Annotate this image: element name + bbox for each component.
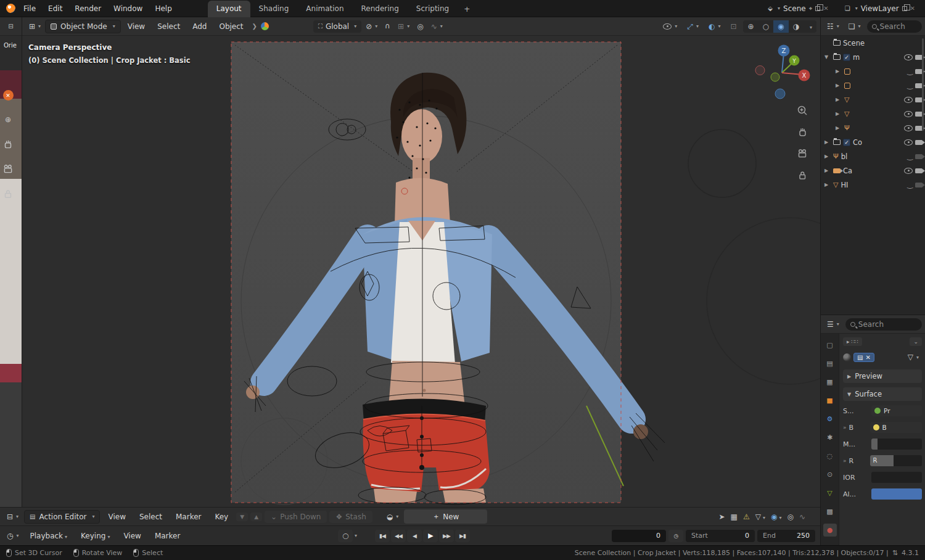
roughness-slider[interactable]: R (870, 455, 922, 466)
shading-material-button[interactable]: ◉ (773, 20, 788, 33)
hidden-eye-icon[interactable]: ‿ (907, 182, 913, 188)
material-sphere-icon[interactable] (843, 353, 851, 361)
falloff-icon[interactable]: ∿ (799, 513, 805, 521)
blender-logo-icon[interactable] (4, 3, 17, 14)
menu-window[interactable]: Window (107, 1, 149, 16)
render-visibility-icon[interactable] (915, 168, 923, 173)
viewlayer-selector[interactable]: ❏▾ ViewLayer ✕ (841, 3, 919, 14)
ior-field[interactable] (871, 472, 922, 483)
shading-rendered-button[interactable]: ◑ (789, 20, 804, 33)
new-scene-icon[interactable] (815, 6, 820, 11)
chevron-right-icon[interactable]: ▶ (824, 168, 831, 173)
menu-key[interactable]: Key (209, 510, 234, 524)
render-properties-tab[interactable]: ▢ (823, 339, 837, 352)
hide-toggle-eye-icon[interactable] (904, 125, 913, 131)
collection-checkbox[interactable]: ✓ (843, 139, 850, 146)
shading-solid-button[interactable]: ○ (758, 20, 773, 33)
hide-toggle-eye-icon[interactable] (904, 168, 913, 174)
outliner-search-input[interactable]: Search (867, 20, 922, 33)
proportional-edit-toggle[interactable]: ◎ (414, 20, 426, 33)
visibility-dropdown[interactable]: ▾ (660, 22, 680, 31)
overlays-dropdown[interactable]: ◐▾ (705, 20, 724, 33)
navigation-gizmo[interactable]: Z Y X (755, 41, 812, 102)
chevron-right-icon[interactable]: ▶ (824, 139, 831, 145)
axis-neg-x-ball[interactable] (755, 66, 765, 75)
hidden-eye-icon[interactable]: ‿ (907, 83, 913, 89)
playback-dropdown[interactable]: Playback▾ (25, 529, 73, 543)
browse-action-dropdown[interactable]: ◒▾ (384, 511, 402, 523)
push-down-button[interactable]: ⌄ Push Down (265, 511, 327, 523)
menu-object[interactable]: Object (213, 20, 249, 33)
menu-select[interactable]: Select (152, 20, 186, 33)
menu-marker[interactable]: Marker (149, 529, 186, 543)
outliner-row-mesh[interactable]: ▶ ‿ (821, 78, 925, 93)
snap-toggle[interactable]: ∪ (382, 20, 393, 33)
stash-button[interactable]: ❖ Stash (329, 511, 372, 523)
scene-selector[interactable]: ⬙▾ Scene ⌖ ✕ (764, 3, 832, 14)
menu-file[interactable]: File (17, 1, 42, 16)
outliner-display-dropdown[interactable]: ❏▾ (845, 20, 864, 33)
tab-layout[interactable]: Layout (208, 1, 250, 17)
editor-type-dropdown[interactable]: ⊞▾ (26, 20, 44, 33)
material-properties-tab[interactable]: ● (823, 524, 837, 537)
outliner-row-collection[interactable]: ▶ ✓ Co (821, 135, 925, 149)
zoom-icon[interactable]: ⊕ (2, 114, 14, 125)
surface-panel-header[interactable]: ▼ Surface (843, 387, 922, 401)
menu-help[interactable]: Help (149, 1, 178, 16)
chevron-right-icon[interactable]: ▶ (824, 154, 831, 159)
tab-shading[interactable]: Shading (250, 1, 298, 17)
new-viewlayer-icon[interactable] (902, 6, 907, 11)
chevron-right-icon[interactable]: ▶ (836, 97, 842, 102)
hand-icon[interactable] (2, 139, 14, 150)
current-frame-field[interactable]: 0 (612, 530, 666, 542)
menu-edit[interactable]: Edit (42, 1, 68, 16)
chevron-right-icon[interactable]: ▶ (836, 68, 842, 74)
render-visibility-icon[interactable] (915, 183, 923, 187)
pin-icon[interactable]: ⌖ (809, 5, 813, 12)
alpha-slider[interactable] (871, 488, 922, 500)
modifier-properties-tab[interactable]: ⚙ (823, 413, 837, 426)
render-visibility-icon[interactable] (915, 140, 923, 145)
chevron-right-icon[interactable]: ▶ (824, 182, 831, 187)
breadcrumb-expand-icon[interactable]: ▸ ∷∷ (843, 337, 862, 346)
outliner-row-mesh[interactable]: ▶ ‿ (821, 64, 925, 78)
outliner-row-collection[interactable]: ▼ ✓ m (821, 50, 925, 64)
hand-icon[interactable] (797, 126, 808, 138)
shader-select[interactable]: Pr (871, 405, 922, 416)
collapsed-editor-strip[interactable]: ⊟ Orie ✕ ⊕ (0, 17, 22, 507)
end-frame-field[interactable]: End250 (757, 530, 815, 542)
transform-orientation-dropdown[interactable]: ⛶ Global ▾ (313, 20, 361, 33)
keying-set-dropdown[interactable]: ▾ (355, 533, 357, 538)
keying-dropdown[interactable]: Keying▾ (75, 529, 115, 543)
unlink-material-icon[interactable]: ✕ (865, 354, 870, 361)
tool-sphere-icon[interactable] (261, 22, 269, 30)
only-selected-filter-icon[interactable]: ➤ (719, 513, 725, 521)
timeline-editor-dropdown[interactable]: ◷▾ (4, 530, 22, 542)
filter-funnel-icon[interactable]: ▽▾ (755, 513, 765, 521)
hide-toggle-eye-icon[interactable] (904, 97, 913, 103)
tab-scripting[interactable]: Scripting (408, 1, 458, 17)
material-specials-dropdown[interactable]: ▽▾ (905, 351, 922, 363)
add-workspace-button[interactable]: + (458, 1, 476, 17)
preview-range-clock-icon[interactable]: ◷ (668, 530, 683, 542)
proportional-icon[interactable]: ◎ (787, 513, 793, 521)
menu-select[interactable]: Select (134, 510, 168, 524)
play-reverse-button[interactable]: ◀ (407, 530, 422, 542)
viewport-3d[interactable]: Camera Perspective (0) Scene Collection … (22, 36, 820, 507)
header-expand-icon[interactable]: ❯ (252, 23, 257, 30)
outliner-editor-dropdown[interactable]: ☷▾ (824, 20, 842, 33)
outliner-row-mesh[interactable]: ▶▽ (821, 107, 925, 121)
hide-toggle-eye-icon[interactable] (904, 139, 913, 146)
material-name-field[interactable]: ▤✕ (853, 353, 874, 362)
menu-view[interactable]: View (122, 20, 150, 33)
strip-editor-header[interactable]: ⊟ (0, 17, 22, 36)
base-color-swatch[interactable]: B (870, 422, 922, 433)
properties-editor-dropdown[interactable]: ☰▾ (824, 318, 842, 331)
zoom-icon[interactable] (797, 105, 808, 116)
proportional-falloff-dropdown[interactable]: ∿▾ (428, 20, 446, 33)
hide-toggle-eye-icon[interactable] (904, 54, 913, 60)
menu-marker[interactable]: Marker (170, 510, 207, 524)
jump-to-end-button[interactable]: ▶▮ (455, 530, 470, 542)
outliner-row-light[interactable]: ▶▽ HI ‿ (821, 178, 925, 192)
new-action-button[interactable]: ＋ New (404, 509, 487, 524)
